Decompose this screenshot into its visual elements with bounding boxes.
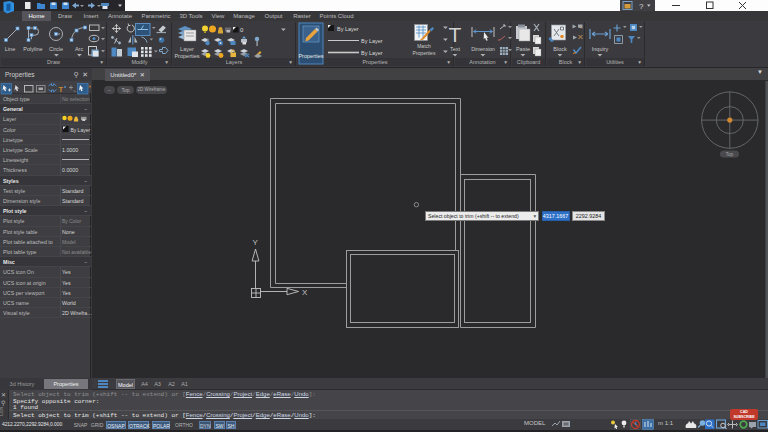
svg-text:Text: Text [450, 46, 461, 52]
svg-text:Match: Match [417, 43, 431, 49]
svg-text:Inquiry: Inquiry [592, 46, 609, 52]
svg-text:Y: Y [253, 238, 259, 247]
svg-text:Block: Block [553, 46, 567, 52]
svg-text:Layer: Layer [180, 46, 194, 52]
svg-text:?: ? [639, 2, 644, 11]
svg-text:Properties: Properties [298, 53, 323, 59]
svg-text:Properties: Properties [174, 53, 199, 59]
svg-text:By Layer: By Layer [361, 38, 383, 44]
svg-text:Line: Line [5, 46, 15, 52]
svg-text:Paste: Paste [516, 46, 530, 52]
svg-text:X: X [302, 288, 308, 297]
svg-text:Top: Top [726, 152, 734, 157]
svg-text:Dimension: Dimension [471, 46, 495, 52]
svg-text:By Layer: By Layer [337, 26, 359, 32]
svg-text:Circle: Circle [49, 46, 63, 52]
svg-text:T: T [449, 23, 462, 46]
svg-text:Properties: Properties [413, 50, 436, 56]
svg-text:Arc: Arc [75, 46, 84, 52]
svg-text:Polyline: Polyline [23, 46, 42, 52]
svg-text:T: T [59, 85, 64, 94]
svg-text:0: 0 [240, 27, 244, 33]
svg-text:By Layer: By Layer [361, 50, 383, 56]
